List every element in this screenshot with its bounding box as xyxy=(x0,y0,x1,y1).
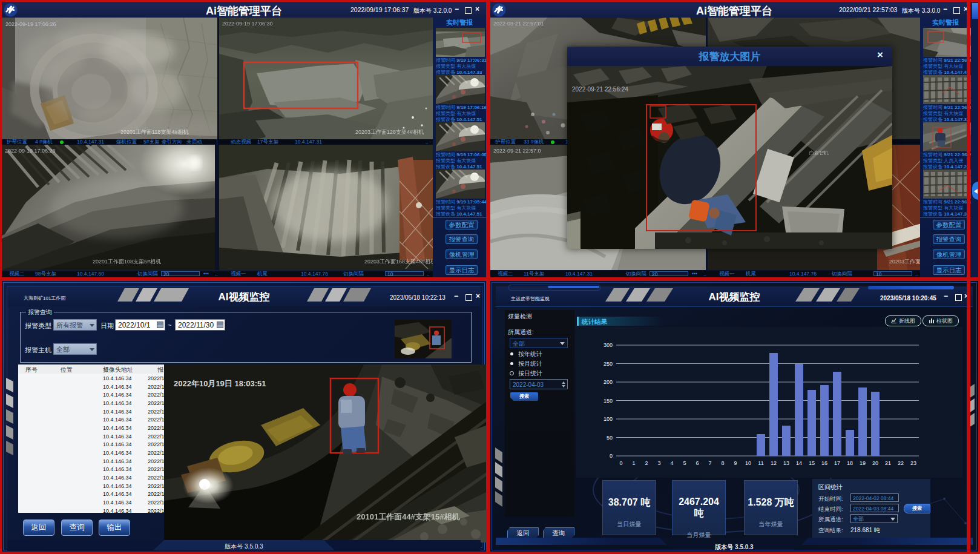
svg-text:0: 0 xyxy=(610,453,613,459)
svg-text:18: 18 xyxy=(847,460,853,466)
svg-text:100: 100 xyxy=(603,416,613,422)
svg-text:22: 22 xyxy=(898,460,904,466)
svg-text:19: 19 xyxy=(860,460,866,466)
svg-text:6: 6 xyxy=(696,460,699,466)
svg-text:15: 15 xyxy=(809,460,815,466)
svg-text:12: 12 xyxy=(771,460,777,466)
svg-text:23: 23 xyxy=(910,460,916,466)
svg-text:20203工作面128支架4#相机: 20203工作面128支架4#相机 xyxy=(355,129,424,135)
svg-text:2022-09-21 22:57:0: 2022-09-21 22:57:0 xyxy=(493,148,541,154)
svg-text:14: 14 xyxy=(796,460,802,466)
svg-text:3: 3 xyxy=(657,460,660,466)
svg-text:5: 5 xyxy=(683,460,686,466)
svg-text:20: 20 xyxy=(872,460,878,466)
svg-text:250: 250 xyxy=(603,361,613,367)
svg-text:0: 0 xyxy=(619,460,622,466)
svg-text:8: 8 xyxy=(721,460,724,466)
svg-text:20101工作面44#支架15#相机: 20101工作面44#支架15#相机 xyxy=(357,512,461,521)
svg-text:4: 4 xyxy=(670,460,673,466)
svg-text:2022-09-21 22:56:24: 2022-09-21 22:56:24 xyxy=(572,86,628,93)
svg-text:21: 21 xyxy=(885,460,891,466)
svg-text:1: 1 xyxy=(632,460,635,466)
svg-text:300: 300 xyxy=(603,342,613,348)
svg-text:17: 17 xyxy=(834,460,840,466)
svg-text:9: 9 xyxy=(734,460,737,466)
svg-text:16: 16 xyxy=(821,460,827,466)
svg-text:200: 200 xyxy=(603,379,613,385)
svg-text:白岩智机: 白岩智机 xyxy=(809,150,829,156)
svg-text:2: 2 xyxy=(645,460,648,466)
svg-text:20201工作面118支架4#相机: 20201工作面118支架4#相机 xyxy=(120,129,188,135)
svg-text:13: 13 xyxy=(783,460,789,466)
svg-text:20203工作面168支架48#相机: 20203工作面168支架48#相机 xyxy=(364,259,433,265)
svg-text:20203工作面168支架48#相机: 20203工作面168支架48#相机 xyxy=(889,259,921,265)
svg-text:2022-09-19 17:06:26: 2022-09-19 17:06:26 xyxy=(5,148,56,154)
svg-text:2022年10月19日 18:03:51: 2022年10月19日 18:03:51 xyxy=(174,379,266,388)
svg-text:50: 50 xyxy=(607,435,613,441)
svg-text:150: 150 xyxy=(603,398,613,404)
svg-text:20201工作面108支架5#相机: 20201工作面108支架5#相机 xyxy=(93,259,161,265)
svg-text:2022-09-19 17:06:30: 2022-09-19 17:06:30 xyxy=(222,21,273,27)
svg-text:11: 11 xyxy=(758,460,763,466)
svg-text:10: 10 xyxy=(745,460,751,466)
svg-text:2022-09-21 22:57:01: 2022-09-21 22:57:01 xyxy=(493,21,544,27)
svg-text:2022-09-19 17:06:26: 2022-09-19 17:06:26 xyxy=(5,21,56,27)
svg-text:7: 7 xyxy=(708,460,711,466)
